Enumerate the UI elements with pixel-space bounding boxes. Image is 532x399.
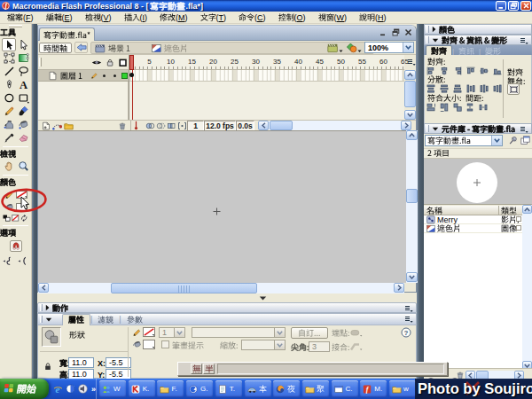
tab-filters[interactable] — [92, 314, 119, 325]
canvas-vscroll-thumb[interactable] — [406, 189, 418, 203]
zoom-level-combo[interactable]: 100% — [364, 42, 414, 53]
menu-O[interactable]: (O) — [272, 12, 312, 24]
menu-H[interactable]: (H) — [353, 12, 393, 24]
frames-scroll-thumb[interactable] — [270, 121, 293, 130]
fill-color-swatch[interactable] — [16, 203, 27, 211]
edit-scene-button[interactable] — [327, 43, 343, 53]
library-combo-arrow[interactable] — [491, 136, 502, 145]
show-hide-layers-icon[interactable] — [91, 59, 102, 66]
menu-W[interactable]: (W) — [312, 12, 354, 24]
library-scroll-up-button[interactable] — [522, 205, 532, 214]
back-button[interactable] — [74, 42, 88, 53]
stroke-color-swatch[interactable] — [143, 327, 155, 337]
tool-brush[interactable] — [16, 105, 30, 118]
stroke-height-arrow[interactable] — [174, 328, 184, 337]
layer-visibility-dot[interactable] — [103, 74, 106, 77]
menu-F[interactable]: (F) — [1, 12, 40, 24]
miter-input[interactable]: 3 — [309, 341, 330, 352]
center-frame-button[interactable] — [132, 121, 140, 130]
stroke-height-input[interactable]: 1 — [159, 327, 185, 338]
tool-hand[interactable] — [2, 160, 16, 173]
quicklaunch-messenger-icon[interactable] — [66, 384, 75, 394]
lock-layers-icon[interactable] — [106, 58, 114, 67]
match-both-button[interactable] — [453, 103, 462, 112]
symbol-breadcrumb[interactable] — [164, 44, 188, 52]
align-top-button[interactable] — [466, 66, 475, 75]
dist-bottom-button[interactable] — [453, 84, 462, 93]
taskbar-button-3[interactable]: F. — [157, 380, 184, 397]
stage-canvas[interactable] — [38, 130, 416, 283]
align-bottom-button[interactable] — [493, 66, 502, 75]
library-document-combo[interactable] — [425, 135, 503, 146]
insert-layer-button[interactable] — [42, 121, 51, 130]
taskbar-button-4[interactable]: G. — [186, 380, 213, 397]
align-left-button[interactable] — [426, 66, 435, 75]
no-color-button[interactable] — [12, 215, 20, 222]
canvas-vertical-scrollbar[interactable] — [406, 130, 418, 283]
properties-panel-options-icon[interactable] — [404, 316, 413, 325]
fill-color-swatch[interactable] — [143, 340, 155, 349]
quicklaunch-media-icon[interactable] — [78, 384, 88, 394]
to-stage-button[interactable] — [507, 83, 520, 95]
tool-zoom[interactable] — [16, 160, 30, 173]
tool-ink-bottle[interactable] — [2, 118, 16, 131]
stroke-color-swatch[interactable] — [16, 191, 27, 199]
outline-layers-icon[interactable] — [118, 58, 128, 67]
tool-gradient-transform[interactable] — [16, 51, 30, 65]
frame-view-options-button[interactable] — [405, 57, 417, 68]
constrain-lock-icon[interactable] — [44, 362, 51, 371]
ime-width-button[interactable] — [203, 364, 215, 374]
timeline-scroll-down-button[interactable] — [404, 110, 416, 120]
tool-eraser[interactable] — [16, 131, 30, 145]
taskbar-button-11[interactable]: w — [389, 380, 416, 397]
start-button[interactable] — [0, 379, 49, 399]
taskbar-button-10[interactable]: fM. — [360, 380, 387, 397]
menu-M[interactable]: (M) — [153, 12, 194, 24]
match-height-button[interactable] — [440, 103, 449, 112]
menu-I[interactable]: (I) — [118, 12, 154, 24]
panel-gripper[interactable] — [426, 36, 429, 43]
insert-layer-folder-button[interactable] — [64, 121, 74, 130]
taskbar-button-7[interactable] — [273, 380, 300, 397]
space-vertical-button[interactable] — [466, 103, 474, 112]
dist-top-button[interactable] — [426, 84, 435, 93]
library-pin-button[interactable] — [507, 135, 519, 146]
tool-free-transform[interactable] — [2, 51, 16, 65]
align-panel-header[interactable] — [424, 35, 532, 45]
cap-style-icon[interactable] — [350, 329, 363, 339]
timeline-toggle-button[interactable] — [39, 43, 72, 53]
tool-oval[interactable] — [2, 91, 16, 105]
timeline-scroll-thumb[interactable] — [404, 81, 416, 107]
library-panel-header[interactable] — [424, 123, 532, 134]
layer-outline-color-swatch[interactable] — [121, 73, 128, 79]
custom-stroke-button[interactable] — [291, 327, 328, 339]
taskbar-button-1[interactable]: W — [99, 380, 126, 397]
panel-gripper[interactable] — [426, 125, 429, 132]
straighten-option-button[interactable] — [18, 255, 29, 266]
panel-gripper[interactable] — [40, 304, 43, 311]
close-button[interactable] — [520, 1, 531, 11]
ime-mode-button[interactable] — [191, 364, 202, 374]
layer-row[interactable] — [38, 70, 129, 82]
quicklaunch-ie-icon[interactable]: e — [53, 384, 63, 395]
menu-E[interactable]: (E) — [40, 12, 79, 24]
library-item-Merry[interactable]: Merry — [424, 215, 522, 224]
taskbar-button-6[interactable] — [245, 380, 271, 397]
width-input[interactable]: 11.0 — [68, 357, 94, 368]
default-colors-button[interactable] — [3, 215, 11, 222]
panel-gripper[interactable] — [40, 316, 43, 323]
canvas-horizontal-scrollbar[interactable] — [38, 283, 404, 293]
mdi-minimize-button[interactable] — [379, 28, 387, 38]
smooth-option-button[interactable] — [3, 255, 14, 266]
collapse-arrow-icon[interactable] — [259, 296, 267, 301]
edit-multiple-frames-button[interactable] — [167, 121, 176, 130]
document-tab[interactable] — [39, 27, 95, 41]
help-button[interactable]: ? — [401, 327, 411, 340]
frames-scroll-right-button[interactable] — [401, 121, 411, 130]
tool-subselection[interactable] — [16, 38, 30, 51]
tool-pen[interactable] — [2, 78, 16, 91]
onion-skin-button[interactable] — [145, 121, 155, 130]
tab-parameters[interactable] — [121, 314, 148, 325]
align-vcenter-button[interactable] — [480, 66, 489, 75]
stroke-style-combo[interactable] — [192, 327, 286, 338]
